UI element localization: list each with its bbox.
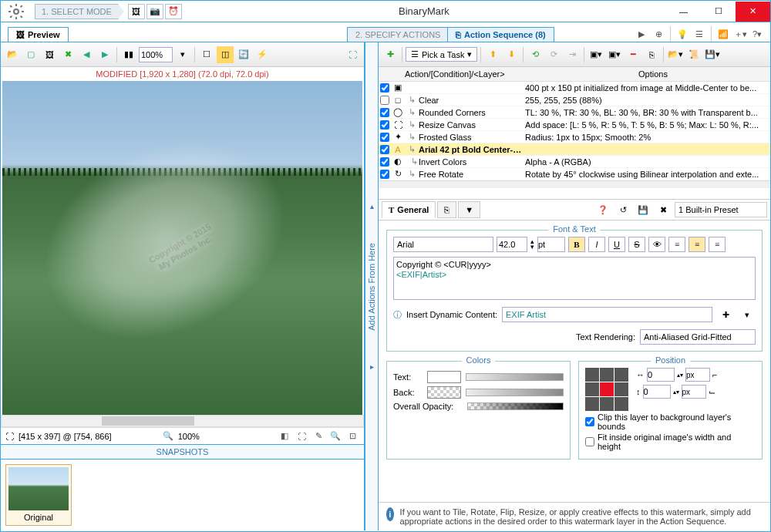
layer-dup-icon[interactable]: ▣▾ — [606, 46, 623, 63]
select-mode-button[interactable]: 1. SELECT MODE — [35, 4, 119, 19]
back-opacity-slider[interactable] — [466, 389, 564, 396]
action-checkbox[interactable] — [380, 170, 389, 179]
action-checkbox[interactable] — [380, 145, 389, 154]
action-row[interactable]: ↻↳Free RotateRotate by 45° clockwise usi… — [379, 168, 770, 180]
s2[interactable]: ⛶ — [295, 429, 308, 443]
step-icon[interactable]: ⇥ — [564, 46, 581, 63]
s4[interactable]: 🔍 — [328, 429, 342, 443]
italic-button[interactable]: I — [588, 237, 605, 252]
open2-icon[interactable]: 📂▾ — [667, 46, 684, 63]
action-checkbox[interactable] — [380, 133, 389, 142]
back-color-swatch[interactable] — [427, 386, 461, 399]
tab-copy[interactable]: ⎘ — [437, 201, 456, 218]
revert-icon[interactable]: ↺ — [614, 201, 631, 218]
minimize-button[interactable]: — — [666, 2, 701, 22]
text-opacity-slider[interactable] — [466, 373, 564, 381]
action-list-scroll[interactable] — [379, 180, 770, 188]
bold-button[interactable]: B — [568, 237, 585, 252]
align-right-button[interactable]: ≡ — [709, 237, 726, 252]
new-icon[interactable]: ▢ — [22, 46, 39, 63]
mode-icon-2[interactable]: 📷 — [146, 4, 163, 19]
action-row[interactable]: ⛶↳Resize CanvasAdd space: [L: 5 %, R: 5 … — [379, 119, 770, 131]
action-checkbox[interactable] — [380, 157, 389, 167]
forward-icon[interactable]: ▶ — [96, 46, 113, 63]
copy-icon[interactable]: ⎘ — [643, 46, 660, 63]
offset-y-input[interactable] — [643, 385, 671, 399]
back-icon[interactable]: ◀ — [78, 46, 95, 63]
snapshots-header[interactable]: SNAPSHOTS — [1, 444, 364, 460]
add-actions-strip[interactable]: ▴ Add Actions From Here ▸ — [365, 42, 379, 530]
offset-y-unit[interactable] — [682, 385, 706, 399]
tab-specify-actions[interactable]: 2. SPECIFY ACTIONS — [347, 27, 449, 42]
image-icon[interactable]: 🖼 — [41, 46, 58, 63]
refresh-icon[interactable]: 🔄 — [235, 46, 252, 63]
clip-checkbox[interactable] — [585, 417, 594, 426]
preset-select[interactable] — [675, 202, 767, 217]
action-checkbox[interactable] — [380, 83, 389, 93]
action-row[interactable]: ▣400 pt x 150 pt initialized from image … — [379, 82, 770, 94]
dynamic-content-select[interactable] — [502, 307, 712, 322]
h-scrollbar[interactable] — [1, 415, 364, 427]
position-grid[interactable] — [585, 368, 628, 411]
plus-icon[interactable]: ＋▾ — [733, 27, 747, 41]
s5[interactable]: ⊡ — [345, 429, 359, 443]
action-checkbox[interactable] — [380, 96, 389, 105]
action-checkbox[interactable] — [380, 108, 389, 117]
s3[interactable]: ✎ — [311, 429, 325, 443]
tab-filter[interactable]: ▼ — [458, 201, 480, 218]
flash-icon[interactable]: ⚡ — [254, 46, 271, 63]
action-row[interactable]: ◐ ↳Invert ColorsAlpha - A (RGBA) — [379, 156, 770, 168]
checklist-icon[interactable]: ☰ — [692, 27, 706, 41]
visibility-icon[interactable]: 👁 — [648, 237, 665, 252]
spinner-icon[interactable]: ▴▾ — [530, 239, 534, 250]
ri-2[interactable]: ⊕ — [651, 27, 665, 41]
link-icon2[interactable]: ⌙ — [709, 387, 715, 397]
save-icon[interactable]: 💾▾ — [704, 46, 721, 63]
open-icon[interactable]: 📂 — [4, 46, 21, 63]
snapshot-item[interactable]: Original — [5, 464, 72, 526]
font-select[interactable] — [393, 237, 493, 252]
text-rendering-select[interactable] — [640, 329, 756, 345]
redo-icon[interactable]: ⟳ — [545, 46, 562, 63]
tab-preview[interactable]: 🖼 Preview — [8, 27, 69, 42]
expand-icon[interactable]: ⛶ — [344, 46, 361, 63]
s1[interactable]: ◧ — [278, 429, 291, 443]
action-row[interactable]: □↳Clear255, 255, 255 (88%) — [379, 94, 770, 106]
insert-more-icon[interactable]: ▾ — [739, 306, 756, 323]
mode-icon-3[interactable]: ⏰ — [165, 4, 182, 19]
remove2-icon[interactable]: ✖ — [655, 201, 672, 218]
image-view[interactable]: Copyright © 2015 My Photos Inc. — [2, 81, 362, 415]
settings-gear-icon[interactable] — [1, 1, 32, 22]
tab-general[interactable]: TGeneral — [382, 201, 436, 218]
add-icon[interactable]: ✚ — [382, 46, 399, 63]
action-checkbox[interactable] — [380, 120, 389, 130]
layout-2-icon[interactable]: ◫ — [217, 46, 234, 63]
lightbulb-icon[interactable]: 💡 — [675, 27, 689, 41]
down-icon[interactable]: ⬇ — [503, 46, 520, 63]
zoom-input[interactable] — [139, 47, 173, 62]
insert-add-icon[interactable]: ✚ — [717, 306, 734, 323]
wifi-icon[interactable]: 📶 — [716, 27, 730, 41]
action-row[interactable]: ✦↳Frosted GlassRadius: 1px to 15px; Smoo… — [379, 131, 770, 143]
ri-1[interactable]: ▶ — [635, 27, 648, 41]
histogram-icon[interactable]: ▮▮ — [120, 46, 137, 63]
fit-checkbox[interactable] — [585, 437, 594, 446]
shuffle-icon[interactable]: ✖ — [59, 46, 76, 63]
layout-1-icon[interactable]: ☐ — [198, 46, 215, 63]
layer-add-icon[interactable]: ▣▾ — [588, 46, 604, 63]
pick-task-button[interactable]: ☰ Pick a Task ▾ — [406, 47, 477, 62]
save2-icon[interactable]: 💾 — [635, 201, 651, 218]
link-icon[interactable]: ⌐ — [712, 370, 717, 379]
mode-icon-1[interactable]: 🖼 — [128, 4, 145, 19]
remove-icon[interactable]: ━ — [625, 46, 641, 63]
help-icon[interactable]: ?▾ — [750, 27, 764, 41]
up-icon[interactable]: ⬆ — [484, 46, 501, 63]
font-size-input[interactable] — [497, 237, 527, 252]
zoom-dropdown[interactable]: ▾ — [174, 46, 191, 63]
offset-x-input[interactable] — [647, 368, 675, 382]
strike-button[interactable]: S — [628, 237, 645, 252]
close-button[interactable]: ✕ — [736, 2, 770, 22]
undo-icon[interactable]: ⟲ — [527, 46, 544, 63]
action-row[interactable]: A↳Arial 42 pt Bold Center-Aligned 255, 2… — [379, 143, 770, 156]
align-center-button[interactable]: ≡ — [689, 237, 705, 252]
